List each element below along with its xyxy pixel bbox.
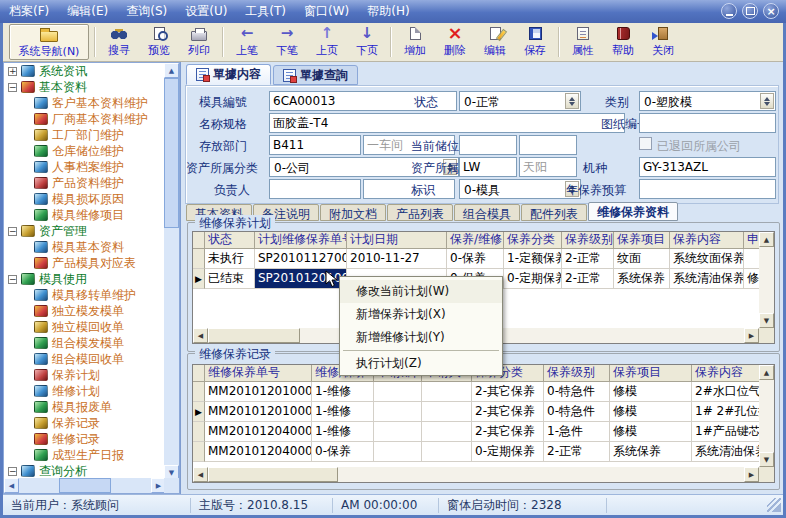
sidebar-item-vendor-maintain[interactable]: 厂商基本资料维护 [4, 111, 164, 127]
prev-page-button[interactable]: 上页 [307, 23, 347, 61]
sidebar-item-single-return[interactable]: 独立模回收单 [4, 319, 164, 335]
sidebar-item-mold-scrap[interactable]: 模具报废单 [4, 399, 164, 415]
tab-product-list[interactable]: 产品列表 [387, 204, 453, 221]
sidebar-item-repair-record[interactable]: 维修记录 [4, 431, 164, 447]
scroll-thumb[interactable] [208, 467, 338, 482]
col-record-no[interactable]: 维修保养单号 [205, 365, 312, 382]
tab-attachments[interactable]: 附加文档 [320, 204, 386, 221]
tab-parts-list[interactable]: 配件列表 [521, 204, 587, 221]
menu-item-new-repair-plan[interactable]: 新增维修计划(Y) [340, 326, 502, 349]
scroll-right-icon[interactable] [744, 328, 759, 343]
close-window-button[interactable] [763, 3, 779, 19]
menu-item-window[interactable]: 窗口(W) [295, 3, 358, 20]
sidebar-item-combo-return[interactable]: 组合模回收单 [4, 351, 164, 367]
sidebar-item-mold-transfer[interactable]: 模具移转单维护 [4, 287, 164, 303]
sidebar-vertical-scrollbar[interactable] [164, 63, 179, 480]
menu-item-modify-plan[interactable]: 修改当前计划(W) [340, 280, 502, 303]
dept-code-field[interactable] [269, 135, 361, 155]
col-maint-content[interactable]: 保养内容 [670, 232, 744, 249]
tag-combo[interactable]: 0-模具 [459, 179, 581, 199]
sidebar-item-mold-repair-items[interactable]: 模具维修项目 [4, 207, 164, 223]
plan-vertical-scrollbar[interactable] [759, 232, 774, 328]
sidebar-item-base-data[interactable]: 基本资料 [4, 79, 164, 95]
col-maint-class[interactable]: 保养分类 [504, 232, 562, 249]
expand-icon[interactable] [8, 67, 17, 76]
col-maint-or-repair[interactable]: 保养/维修 [447, 232, 504, 249]
sidebar-item-combo-issue[interactable]: 组合模发模单 [4, 335, 164, 351]
next-page-button[interactable]: 下页 [347, 23, 387, 61]
sidebar-item-asset-mgmt[interactable]: 资产管理 [4, 223, 164, 239]
scroll-thumb[interactable] [59, 478, 111, 493]
sidebar-item-factory-dept[interactable]: 工厂部门维护 [4, 127, 164, 143]
scroll-up-icon[interactable] [164, 63, 179, 78]
scroll-thumb[interactable] [164, 78, 179, 228]
tab-maintenance-data[interactable]: 维修保养资料 [588, 202, 678, 221]
category-combo[interactable]: 0-塑胶模 [639, 91, 776, 111]
machine-field[interactable] [639, 157, 776, 177]
print-button[interactable]: 列印 [179, 23, 219, 61]
combo-spinner-icon[interactable] [565, 93, 579, 109]
col-maint-level[interactable]: 保养级别 [544, 365, 610, 382]
tab-doc-content[interactable]: 單據内容 [186, 64, 271, 85]
scroll-up-icon[interactable] [759, 232, 774, 247]
system-nav-button[interactable]: 系统导航(N) [9, 24, 89, 60]
tab-combo-mold[interactable]: 组合模具 [454, 204, 520, 221]
sidebar-item-mold-damage-reason[interactable]: 模具损坏原因 [4, 191, 164, 207]
col-status[interactable]: 状态 [205, 232, 255, 249]
manager-name-field[interactable] [363, 179, 455, 199]
owner-code-field[interactable] [459, 157, 517, 177]
col-plan-no[interactable]: 计划维修保养单号 [255, 232, 347, 249]
edit-button[interactable]: 编辑 [475, 23, 515, 61]
sidebar-item-repair-plan[interactable]: 维修计划 [4, 383, 164, 399]
tab-doc-query[interactable]: 單據查詢 [273, 65, 358, 85]
table-row[interactable]: 未执行 SP201011270041 2010-11-27 0-保养 1-定额保… [193, 249, 774, 269]
scroll-left-icon[interactable] [193, 467, 208, 482]
sidebar-item-mold-base-data[interactable]: 模具基本资料 [4, 239, 164, 255]
table-row-current[interactable]: MM201012010007 1-维修 2-其它保养 0-特急件 修模 1# 2… [193, 402, 774, 422]
col-maint-content[interactable]: 保养内容 [692, 365, 761, 382]
collapse-icon[interactable] [8, 467, 17, 476]
collapse-icon[interactable] [8, 83, 17, 92]
sidebar-item-daily-report[interactable]: 成型生产日报 [4, 447, 164, 463]
menu-item-edit[interactable]: 编辑(E) [58, 3, 117, 20]
preview-button[interactable]: 预览 [139, 23, 179, 61]
name-spec-field[interactable] [269, 113, 625, 133]
add-button[interactable]: 增加 [395, 23, 435, 61]
manager-code-field[interactable] [269, 179, 361, 199]
minimize-button[interactable] [721, 3, 737, 19]
returned-checkbox[interactable] [639, 137, 652, 150]
col-maint-item[interactable]: 保养项目 [614, 232, 670, 249]
table-row[interactable]: MM201012040009 0-保养 0-定期保养 2-正常 系统保养 系统清… [193, 442, 774, 462]
col-maint-item[interactable]: 保养项目 [610, 365, 692, 382]
properties-button[interactable]: 属性 [563, 23, 603, 61]
menu-item-help[interactable]: 帮助(H) [358, 3, 418, 20]
sidebar-item-maintain-plan[interactable]: 保养计划 [4, 367, 164, 383]
status-combo[interactable]: 0-正常 [459, 91, 581, 111]
location-code-field[interactable] [459, 135, 517, 155]
menu-item-tools[interactable]: 工具(T) [236, 3, 295, 20]
menu-item-execute-plan[interactable]: 执行计划(Z) [340, 352, 502, 375]
next-record-button[interactable]: 下笔 [267, 23, 307, 61]
scroll-left-icon[interactable] [193, 328, 208, 343]
scroll-up-icon[interactable] [759, 365, 774, 380]
records-vertical-scrollbar[interactable] [759, 365, 774, 467]
records-horizontal-scrollbar[interactable] [193, 467, 759, 482]
menu-item-file[interactable]: 档案(F) [0, 3, 58, 20]
help-button[interactable]: 帮助 [603, 23, 643, 61]
scroll-thumb[interactable] [208, 328, 300, 343]
scroll-left-icon[interactable] [4, 478, 19, 493]
restore-button[interactable] [742, 3, 758, 19]
col-maint-level[interactable]: 保养级别 [562, 232, 614, 249]
scroll-down-icon[interactable] [759, 452, 774, 467]
prev-record-button[interactable]: 上笔 [227, 23, 267, 61]
delete-button[interactable]: 删除 [435, 23, 475, 61]
scroll-right-icon[interactable] [744, 467, 759, 482]
sidebar-item-customer-maintain[interactable]: 客户基本资料维护 [4, 95, 164, 111]
scroll-down-icon[interactable] [759, 313, 774, 328]
resize-grip[interactable] [767, 498, 781, 512]
sidebar-item-hr-archive[interactable]: 人事档案维护 [4, 159, 164, 175]
budget-field[interactable] [639, 179, 776, 199]
sidebar-item-product-mold-map[interactable]: 产品模具对应表 [4, 255, 164, 271]
sidebar-item-system-info[interactable]: 系统资讯 [4, 63, 164, 79]
combo-spinner-icon[interactable] [760, 93, 774, 109]
